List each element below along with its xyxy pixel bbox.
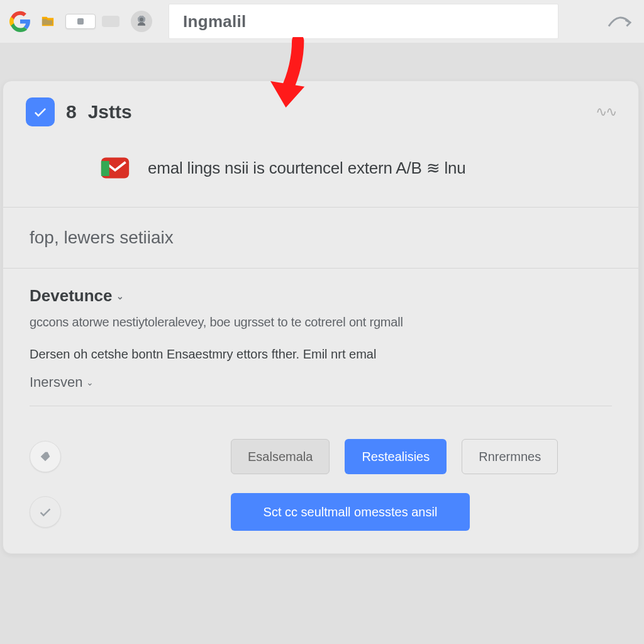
outline-button[interactable]: Rnrermnes — [462, 439, 558, 474]
block-desc: gccons atorwe nestiytoleralevey, boe ugr… — [30, 313, 612, 331]
svg-point-0 — [140, 18, 143, 21]
browser-toolbar: Ingmalil — [0, 0, 644, 43]
button-row: Esalsemala Restealisies Rnrermnes — [3, 421, 638, 480]
sub-row: emal lings nsii is courtencel extern A/B… — [3, 133, 638, 208]
secondary-button[interactable]: Esalsemala — [231, 439, 330, 474]
google-g-icon — [6, 8, 34, 35]
sub-row-text: emal lings nsii is courtencel extern A/B… — [148, 158, 466, 178]
header-title: Jstts — [88, 101, 132, 123]
chevron-down-icon: ⌄ — [86, 377, 94, 387]
wide-primary-button[interactable]: Sct cc seultmall omesstes ansil — [231, 493, 470, 531]
send-plane-icon[interactable] — [601, 6, 638, 36]
header-decor-icon: ∿∿ — [596, 104, 616, 120]
settings-block: Devetunce ⌄ gccons atorwe nestiytolerale… — [3, 269, 638, 421]
address-text: Ingmalil — [183, 12, 247, 31]
section-header: 8 Jstts ∿∿ — [3, 81, 638, 133]
outline-button-label: Rnrermnes — [479, 450, 541, 464]
primary-button[interactable]: Restealisies — [345, 439, 447, 474]
header-badge-icon — [26, 97, 55, 126]
decor-chip-icon — [102, 16, 119, 27]
tab-chip-icon — [65, 14, 96, 29]
folder-icon — [38, 11, 58, 31]
secondary-button-label: Esalsemala — [248, 450, 313, 464]
header-count: 8 — [66, 101, 77, 123]
tag-circle-button[interactable] — [30, 441, 61, 472]
dropdown-select[interactable]: Inersven ⌄ — [30, 374, 612, 406]
bottom-row: Sct cc seultmall omesstes ansil — [3, 480, 638, 553]
block-title-text: Devetunce — [30, 286, 113, 306]
address-bar[interactable]: Ingmalil — [169, 4, 558, 39]
block-title: Devetunce ⌄ — [30, 286, 612, 306]
mail-app-icon — [97, 150, 133, 186]
account-avatar-icon[interactable] — [131, 11, 152, 32]
settings-card: 8 Jstts ∿∿ emal lings nsii is courtencel… — [3, 80, 639, 554]
wide-primary-button-label: Sct cc seultmall omesstes ansil — [264, 505, 438, 519]
check-circle-button[interactable] — [30, 496, 61, 528]
row-text[interactable]: fop, lewers setiiaix — [3, 208, 638, 269]
dropdown-value: Inersven — [30, 374, 82, 391]
primary-button-label: Restealisies — [362, 450, 430, 464]
row-text-label: fop, lewers setiiaix — [30, 228, 174, 247]
chevron-down-icon[interactable]: ⌄ — [116, 291, 124, 301]
block-sub: Dersen oh cetshe bontn Ensaestmry ettors… — [30, 347, 612, 362]
